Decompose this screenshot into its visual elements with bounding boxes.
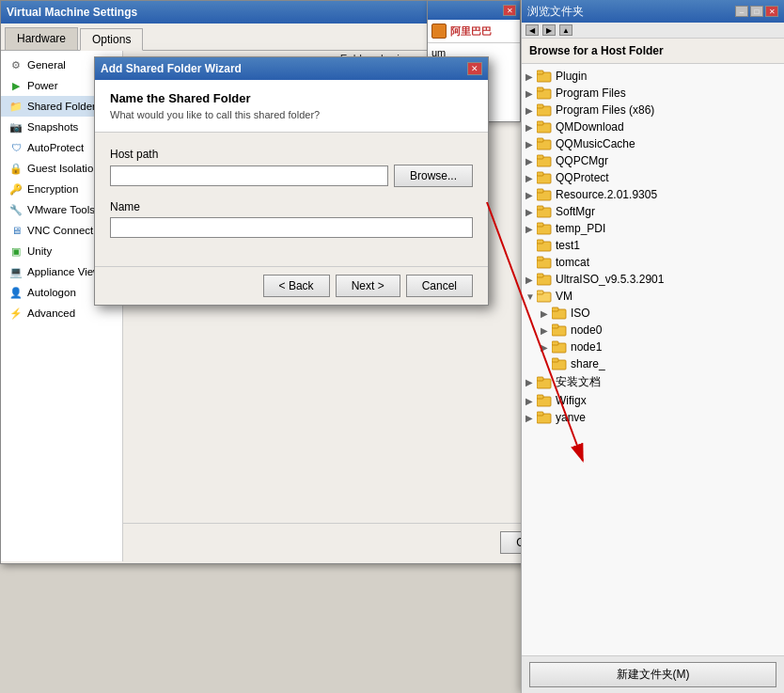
wizard-close-button[interactable]: ✕: [467, 62, 482, 75]
browse-back-btn[interactable]: ◀: [525, 24, 539, 36]
host-path-label: Host path: [110, 148, 473, 161]
wizard-title: Add Shared Folder Wizard: [101, 62, 242, 75]
tree-item-label: QQPCMgr: [556, 154, 608, 167]
browse-min-btn[interactable]: –: [735, 6, 748, 17]
shield-icon-autoprotect: 🛡: [8, 140, 24, 155]
tree-arrow-icon: ▶: [525, 105, 537, 116]
tree-item[interactable]: ▶ Resource.2.01.9305: [522, 186, 784, 203]
svg-rect-29: [537, 291, 543, 294]
folder-icon: [552, 307, 567, 320]
tree-item[interactable]: ▶ QMDownload: [522, 118, 784, 135]
host-path-input[interactable]: [110, 165, 388, 186]
folder-icon: [537, 120, 552, 134]
cancel-button-wizard[interactable]: Cancel: [406, 275, 473, 297]
top-right-close-btn[interactable]: ✕: [503, 5, 516, 16]
play-icon: ▶: [8, 78, 24, 93]
browse-forward-btn[interactable]: ▶: [542, 24, 556, 36]
browse-toolbar: ◀ ▶ ▲: [522, 23, 784, 39]
tree-item[interactable]: ▶ QQProtect: [522, 169, 784, 186]
name-row: [110, 217, 473, 238]
browse-tree[interactable]: ▶ Plugin▶ Program Files▶ Program Files (…: [522, 64, 784, 644]
tree-item[interactable]: ▶ 安装文档: [522, 372, 784, 392]
svg-rect-33: [552, 324, 558, 328]
tree-item[interactable]: ▶ SoftMgr: [522, 203, 784, 220]
sidebar-label-power: Power: [27, 80, 58, 91]
wizard-body: Host path Browse... Name: [95, 133, 488, 266]
svg-rect-19: [537, 206, 543, 210]
svg-rect-23: [537, 240, 543, 244]
tab-options[interactable]: Options: [80, 28, 143, 51]
tree-item[interactable]: ▶ UltraISO_v9.5.3.2901: [522, 271, 784, 288]
tree-arrow-icon: ▶: [525, 224, 537, 234]
svg-rect-7: [537, 104, 543, 108]
tree-arrow-icon: ▶: [525, 173, 537, 183]
sidebar-label-advanced: Advanced: [27, 307, 75, 319]
svg-rect-37: [552, 358, 558, 362]
tree-item-label: node1: [571, 340, 602, 354]
tree-item[interactable]: ▶ QQPCMgr: [522, 152, 784, 169]
photo-icon: 📷: [8, 119, 24, 134]
next-button[interactable]: Next >: [336, 275, 400, 297]
tree-item[interactable]: ▶ ISO: [522, 305, 784, 322]
sidebar-label-vmware-tools: VMware Tools: [27, 204, 95, 215]
sidebar-label-guest-isolation: Guest Isolation: [27, 163, 100, 174]
browse-close-btn[interactable]: ✕: [765, 6, 778, 17]
tree-item-label: Resource.2.01.9305: [556, 188, 657, 201]
svg-rect-13: [537, 155, 543, 159]
folder-icon: [537, 256, 552, 269]
tree-item[interactable]: ▶ Program Files: [522, 85, 784, 102]
ali-label: 阿里巴巴: [450, 24, 492, 39]
wizard-header-desc: What would you like to call this shared …: [110, 109, 473, 120]
sidebar-label-shared-folders: Shared Folders: [27, 101, 102, 112]
tree-item[interactable]: ▶ QQMusicCache: [522, 135, 784, 152]
tab-hardware[interactable]: Hardware: [5, 27, 78, 50]
tree-item[interactable]: share_: [522, 355, 784, 372]
tree-item[interactable]: ▶ Plugin: [522, 68, 784, 85]
tree-item-label: 安装文档: [556, 374, 601, 390]
tree-item[interactable]: ▶ node0: [522, 322, 784, 339]
tree-item-label: VM: [556, 290, 572, 303]
folder-icon: [537, 411, 552, 424]
svg-rect-17: [537, 189, 543, 193]
tree-item[interactable]: test1: [522, 237, 784, 254]
tree-arrow-icon: ▶: [525, 190, 537, 200]
svg-rect-31: [552, 307, 558, 311]
tree-item[interactable]: ▶ Program Files (x86): [522, 102, 784, 118]
tree-arrow-icon: ▼: [525, 291, 537, 302]
sidebar-item-advanced[interactable]: ⚡ Advanced: [1, 303, 122, 323]
user-icon: 👤: [8, 285, 24, 300]
shield-icon-guest: 🔒: [8, 161, 24, 176]
sidebar-label-encryption: Encryption: [27, 183, 78, 195]
tree-item[interactable]: ▶ Wifigx: [522, 392, 784, 409]
browse-up-btn[interactable]: ▲: [559, 24, 572, 36]
back-button[interactable]: < Back: [263, 275, 330, 297]
tree-arrow-icon: ▶: [525, 207, 537, 217]
tree-item-label: ISO: [571, 307, 590, 320]
browse-panel: 浏览文件夹 – □ ✕ ◀ ▶ ▲ Browse for a Host Fold…: [521, 0, 784, 693]
name-input[interactable]: [110, 217, 473, 238]
tree-item-label: SoftMgr: [556, 205, 595, 218]
sidebar-label-general: General: [27, 59, 66, 71]
tree-item-label: yanve: [556, 411, 586, 424]
tree-arrow-icon: ▶: [541, 308, 552, 319]
sidebar-label-appliance: Appliance View: [27, 266, 101, 277]
wizard-header: Name the Shared Folder What would you li…: [95, 80, 488, 133]
tree-item[interactable]: ▶ yanve: [522, 409, 784, 426]
folder-icon: [537, 273, 552, 286]
tree-item-label: QQProtect: [556, 171, 609, 184]
wizard-header-title: Name the Shared Folder: [110, 91, 473, 105]
tree-arrow-icon: ▶: [541, 325, 552, 336]
ali-icon: [431, 24, 447, 39]
new-folder-button[interactable]: 新建文件夹(M): [529, 662, 776, 687]
wizard-dialog: Add Shared Folder Wizard ✕ Name the Shar…: [94, 56, 489, 306]
browse-button[interactable]: Browse...: [394, 165, 473, 187]
tree-item[interactable]: tomcat: [522, 254, 784, 271]
tree-item[interactable]: ▶ temp_PDI: [522, 220, 784, 237]
tree-item[interactable]: ▼ VM: [522, 288, 784, 305]
folder-icon: [537, 222, 552, 235]
tree-item[interactable]: ▶ node1: [522, 339, 784, 355]
name-label: Name: [110, 200, 473, 213]
host-path-group: Host path Browse...: [110, 148, 473, 187]
browse-max-btn[interactable]: □: [750, 6, 763, 17]
tree-item-label: node0: [571, 323, 602, 337]
